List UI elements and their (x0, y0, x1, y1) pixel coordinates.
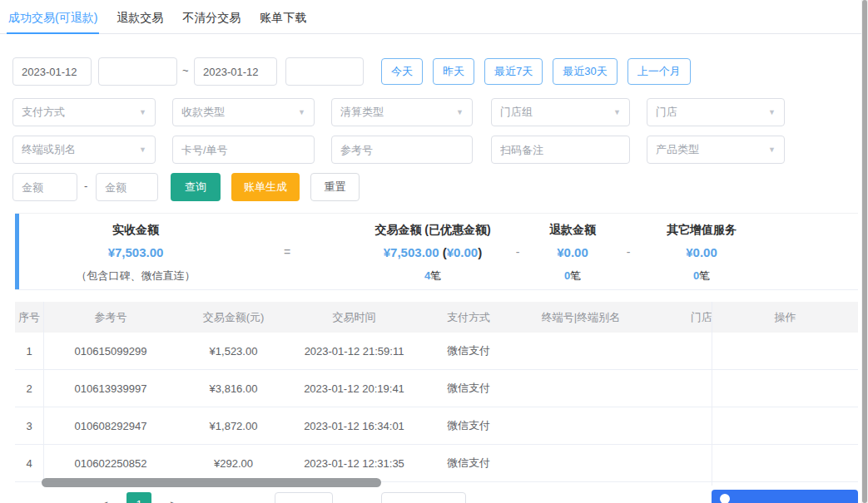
select-filter-0[interactable]: 支付方式▼ (12, 98, 156, 126)
cell-amount: ¥1,872.00 (177, 407, 290, 444)
quick-range-button-4[interactable]: 上一个月 (627, 58, 691, 85)
cell-terminal (518, 407, 643, 444)
cell-amount: ¥292.00 (177, 445, 290, 481)
cell-time: 2023-01-12 20:19:41 (290, 370, 419, 407)
amount-min-input[interactable] (12, 173, 77, 201)
text-filter-row2-2[interactable] (331, 136, 473, 164)
select-placeholder: 产品类型 (656, 142, 699, 157)
generate-bill-button[interactable]: 账单生成 (231, 173, 300, 201)
cell-store (643, 333, 712, 369)
date-range-separator: ~ (182, 64, 189, 76)
select-placeholder: 收款类型 (181, 105, 225, 120)
refund-count: 0笔 (523, 265, 622, 287)
select-filter-3[interactable]: 门店组▼ (491, 98, 630, 126)
transaction-label: 交易金额 (已优惠金额) (325, 219, 541, 240)
select-filter-2[interactable]: 清算类型▼ (331, 98, 473, 126)
cell-time: 2023-01-12 21:59:11 (290, 333, 419, 369)
cell-store (643, 445, 712, 481)
quick-range-button-1[interactable]: 昨天 (433, 58, 474, 85)
tab-2[interactable]: 不清分交易 (181, 11, 242, 34)
chevron-down-icon: ▼ (456, 109, 464, 116)
column-header-6: 门店 (643, 302, 712, 333)
actions-column-header: 操作 (712, 302, 858, 333)
cell-index: 3 (15, 407, 44, 444)
vertical-scrollbar-thumb[interactable] (862, 0, 867, 503)
current-page-button[interactable]: 1 (126, 492, 151, 503)
refund-amount: ¥0.00 (523, 240, 622, 265)
field-filter-row: 终端或别名▼产品类型▼ (0, 136, 861, 164)
tab-0[interactable]: 成功交易(可退款) (7, 11, 99, 34)
column-header-4: 支付方式 (419, 302, 518, 333)
column-header-2: 交易金额(元) (177, 302, 290, 333)
summary-panel: 实收金额 ¥7,503.00 （包含口碑、微信直连） = 交易金额 (已优惠金额… (15, 213, 858, 290)
table-header-row: 序号参考号交易金额(元)交易时间支付方式终端号|终端别名门店 (15, 302, 712, 333)
date-filter-row: ~ 今天昨天最近7天最近30天上一个月 (0, 57, 861, 86)
quick-range-button-2[interactable]: 最近7天 (484, 58, 543, 85)
quick-range-buttons: 今天昨天最近7天最近30天上一个月 (381, 58, 691, 85)
column-header-0: 序号 (15, 302, 44, 333)
summary-refund: 退款金额 ¥0.00 0笔 (523, 219, 622, 287)
cell-time: 2023-01-12 16:34:01 (290, 407, 419, 444)
transaction-count: 4笔 (325, 265, 541, 287)
text-filter-row2-1[interactable] (172, 136, 315, 164)
transactions-table: 序号参考号交易金额(元)交易时间支付方式终端号|终端别名门店1010615099… (15, 302, 858, 486)
chevron-down-icon: ▼ (139, 109, 146, 116)
cell-index: 1 (15, 333, 44, 369)
table-row: 4010602250852¥292.002023-01-12 12:31:35微… (15, 445, 712, 482)
received-note: （包含口碑、微信直连） (19, 265, 252, 287)
select-filter-4[interactable]: 门店▼ (647, 98, 785, 126)
action-cell (712, 407, 858, 445)
table-fixed-actions-column: 操作 (712, 302, 858, 486)
next-page-button[interactable]: > (161, 492, 185, 503)
tab-bar: 成功交易(可退款)退款交易不清分交易账单下载 (0, 0, 861, 34)
cell-terminal (518, 445, 643, 481)
tab-3[interactable]: 账单下载 (258, 11, 308, 34)
horizontal-scrollbar[interactable] (42, 478, 381, 487)
start-time-input[interactable] (98, 57, 177, 86)
table-row: 3010608292947¥1,872.002023-01-12 16:34:0… (15, 407, 712, 445)
tab-1[interactable]: 退款交易 (115, 11, 165, 34)
page-size-select[interactable] (275, 492, 333, 503)
refund-label: 退款金额 (523, 219, 622, 240)
text-filter-row2-3[interactable] (491, 136, 630, 164)
end-time-input[interactable] (285, 57, 364, 86)
column-header-3: 交易时间 (290, 302, 419, 333)
value-added-label: 其它增值服务 (643, 219, 760, 240)
select-placeholder: 终端或别名 (22, 142, 76, 157)
cell-index: 4 (15, 445, 44, 481)
customer-service-button[interactable] (712, 490, 858, 503)
table-row: 2010613939997¥3,816.002023-01-12 20:19:4… (15, 370, 712, 407)
chevron-down-icon: ▼ (613, 109, 621, 116)
quick-range-button-3[interactable]: 最近30天 (553, 58, 617, 85)
search-button[interactable]: 查询 (171, 173, 221, 201)
start-date-input[interactable] (12, 57, 92, 86)
prev-page-button[interactable]: < (93, 492, 117, 503)
page-jump-input[interactable] (381, 492, 466, 503)
column-header-5: 终端号|终端别名 (518, 302, 643, 333)
cell-terminal (518, 333, 643, 369)
table-scroll-area: 序号参考号交易金额(元)交易时间支付方式终端号|终端别名门店1010615099… (15, 302, 712, 486)
discount-amount: ¥0.00 (447, 245, 479, 259)
value-added-count: 0笔 (643, 265, 760, 287)
action-cell (712, 333, 858, 370)
pagination-bar: < 1 > (93, 492, 466, 503)
select-filter-row: 支付方式▼收款类型▼清算类型▼门店组▼门店▼ (0, 98, 861, 126)
cell-ref-no: 010602250852 (44, 445, 177, 481)
column-header-1: 参考号 (44, 302, 177, 333)
cell-terminal (518, 370, 643, 407)
amount-max-input[interactable] (96, 173, 158, 201)
reset-button[interactable]: 重置 (310, 173, 360, 201)
quick-range-button-0[interactable]: 今天 (381, 58, 423, 85)
value-added-amount: ¥0.00 (643, 240, 760, 265)
cell-amount: ¥3,816.00 (177, 370, 290, 407)
cell-payment: 微信支付 (419, 333, 518, 369)
select-filter-row2-0[interactable]: 终端或别名▼ (12, 136, 156, 164)
select-filter-1[interactable]: 收款类型▼ (172, 98, 315, 126)
customer-service-icon (720, 494, 730, 503)
chevron-down-icon: ▼ (768, 109, 776, 116)
chevron-down-icon: ▼ (139, 146, 146, 154)
amount-separator: - (84, 180, 87, 192)
select-filter-row2-4[interactable]: 产品类型▼ (647, 136, 785, 164)
end-date-input[interactable] (194, 57, 277, 86)
received-amount: ¥7,503.00 (19, 240, 252, 265)
